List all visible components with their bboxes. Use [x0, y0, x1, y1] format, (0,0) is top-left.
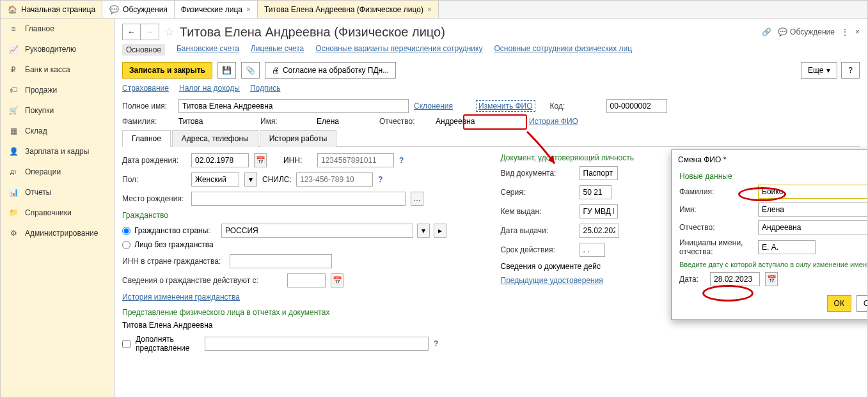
series-input[interactable]	[580, 185, 612, 199]
issued-label: Кем выдан:	[501, 207, 574, 216]
birth-input[interactable]	[191, 153, 249, 167]
tab-addresses[interactable]: Адреса, телефоны	[172, 130, 258, 147]
open-icon[interactable]: ▸	[434, 224, 446, 238]
subnav-bank[interactable]: Банковские счета	[177, 44, 239, 56]
dlg-date-label: Дата:	[679, 275, 705, 284]
subnav-main[interactable]: Основное	[122, 44, 165, 56]
citizenship-history-link[interactable]: История изменения гражданства	[122, 293, 240, 302]
lastname-label: Фамилия:	[122, 117, 173, 126]
more-button[interactable]: Еще ▾	[801, 62, 837, 79]
sidebar-item-purchases[interactable]: 🛒Покупки	[1, 100, 114, 121]
tab-main[interactable]: Главное	[122, 130, 171, 147]
history-fio-link[interactable]: История ФИО	[529, 117, 578, 126]
calendar-icon[interactable]: 📅	[331, 273, 343, 287]
tab-persons-label: Физические лица	[181, 5, 242, 14]
sidebar-item-main[interactable]: ≡Главное	[1, 19, 114, 39]
supplement-checkbox[interactable]	[122, 340, 130, 348]
save-button[interactable]: 💾	[217, 62, 236, 79]
dropdown-icon[interactable]: ▾	[244, 172, 257, 187]
link-icon[interactable]: 🔗	[762, 27, 771, 36]
valid-input[interactable]	[580, 243, 605, 257]
attach-button[interactable]: 📎	[241, 62, 260, 79]
sidebar-item-sales[interactable]: 🏷Продажи	[1, 80, 114, 100]
sidebar-item-warehouse[interactable]: ▦Склад	[1, 121, 114, 141]
tab-persons[interactable]: Физические лица ×	[175, 1, 258, 18]
save-close-button[interactable]: Записать и закрыть	[122, 62, 212, 79]
tab-work-history[interactable]: История работы	[260, 130, 337, 147]
close-icon[interactable]: ×	[427, 5, 432, 14]
dropdown-icon[interactable]: ▾	[417, 224, 430, 238]
insurance-link[interactable]: Страхование	[122, 84, 169, 93]
sex-input[interactable]	[191, 172, 239, 187]
inn-input[interactable]	[317, 153, 394, 167]
declension-link[interactable]: Склонения	[414, 102, 453, 111]
tax-link[interactable]: Налог на доходы	[179, 84, 240, 93]
dlg-initials-input[interactable]	[758, 240, 816, 254]
more-icon[interactable]: ⋮	[841, 27, 849, 36]
fullname-input[interactable]	[178, 99, 409, 113]
star-icon[interactable]: ☆	[164, 25, 175, 39]
close-icon[interactable]: ×	[246, 5, 251, 14]
birthplace-input[interactable]	[191, 192, 406, 206]
discuss-link[interactable]: 💬Обсуждение	[778, 27, 835, 36]
ok-button[interactable]: ОК	[827, 295, 851, 312]
signature-link[interactable]: Подпись	[250, 84, 281, 93]
citizen-from-input[interactable]	[287, 273, 326, 287]
citizen-country-radio[interactable]	[122, 227, 130, 235]
barchart-icon: 📊	[8, 187, 19, 197]
patronymic-label: Отчество:	[379, 117, 430, 126]
firstname-label: Имя:	[260, 117, 312, 126]
inn-country-input[interactable]	[230, 254, 332, 268]
change-fio-link[interactable]: Изменить ФИО	[476, 100, 535, 112]
ellipsis-icon[interactable]: …	[411, 192, 423, 206]
issued-input[interactable]	[580, 204, 618, 218]
tab-home[interactable]: 🏠 Начальная страница	[1, 1, 102, 18]
subnav-employees[interactable]: Основные сотрудники физических лиц	[494, 44, 632, 56]
sidebar-item-bank[interactable]: ₽Банк и касса	[1, 59, 114, 80]
subnav-personal[interactable]: Лицевые счета	[251, 44, 304, 56]
help-button[interactable]: ?	[841, 62, 860, 79]
cancel-button[interactable]: Отмена	[856, 295, 867, 312]
prev-docs-link[interactable]: Предыдущие удостоверения	[501, 276, 603, 285]
close-icon[interactable]: ×	[855, 27, 860, 36]
citizen-none-radio[interactable]	[122, 241, 130, 249]
supplement-input[interactable]	[205, 337, 429, 351]
lastname-value: Титова	[178, 117, 255, 126]
code-input[interactable]	[606, 99, 667, 113]
help-icon[interactable]: ?	[434, 339, 438, 348]
snils-input[interactable]	[296, 172, 373, 187]
fullname-label: Полное имя:	[122, 102, 173, 111]
consent-button[interactable]: 🖨Согласие на обработку ПДн...	[265, 62, 396, 79]
sidebar-item-admin[interactable]: ⚙Администрирование	[1, 223, 114, 243]
calendar-icon[interactable]: 📅	[765, 272, 778, 286]
docdate-input[interactable]	[580, 224, 619, 238]
tab-discuss[interactable]: 💬 Обсуждения	[102, 1, 175, 18]
sidebar-item-operations[interactable]: ДтОперации	[1, 162, 114, 182]
dlg-firstname-input[interactable]	[758, 203, 867, 217]
sidebar-item-manager[interactable]: 📈Руководителю	[1, 39, 114, 59]
country-input[interactable]	[221, 224, 413, 238]
calendar-icon[interactable]: 📅	[254, 153, 267, 167]
tab-person[interactable]: Титова Елена Андреевна (Физическое лицо)…	[258, 1, 439, 18]
sidebar-item-label: Руководителю	[25, 45, 76, 54]
dlg-patronymic-input[interactable]	[758, 220, 867, 234]
top-tabs: 🏠 Начальная страница 💬 Обсуждения Физиче…	[1, 1, 867, 19]
inn-label: ИНН:	[283, 156, 312, 165]
sidebar-item-label: Отчеты	[25, 188, 51, 197]
inn-country-label: ИНН в стране гражданства:	[122, 257, 225, 266]
doctype-input[interactable]	[580, 166, 618, 180]
forward-button[interactable]: →	[141, 24, 159, 40]
sidebar-item-hr[interactable]: 👤Зарплата и кадры	[1, 141, 114, 162]
back-button[interactable]: ←	[123, 24, 141, 40]
subnav-transfers[interactable]: Основные варианты перечисления сотрудник…	[315, 44, 482, 56]
sidebar-item-reports[interactable]: 📊Отчеты	[1, 182, 114, 203]
gear-icon: ⚙	[8, 228, 19, 238]
representation-value: Титова Елена Андреевна	[122, 321, 482, 330]
dlg-date-input[interactable]	[710, 272, 760, 286]
sidebar-item-refs[interactable]: 📁Справочники	[1, 203, 114, 223]
dlg-lastname-input[interactable]	[758, 185, 867, 199]
help-icon[interactable]: ?	[378, 175, 383, 184]
chat-icon: 💬	[109, 4, 119, 15]
help-icon[interactable]: ?	[399, 156, 404, 165]
patronymic-value: Андреевна	[436, 117, 512, 126]
